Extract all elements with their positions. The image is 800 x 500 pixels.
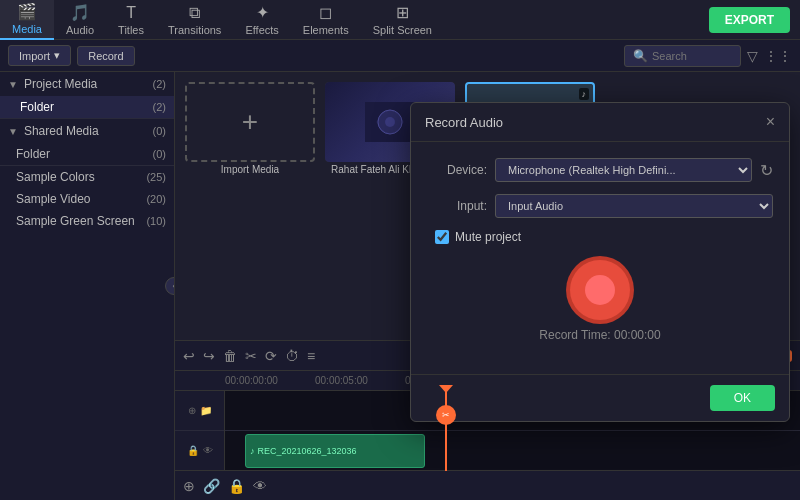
record-button-large[interactable] [570,260,630,320]
playhead-handle[interactable]: ✂ [436,405,456,425]
clip-icon: ♪ [250,446,255,456]
track-controls-row-2: 🔒 👁 [175,431,224,471]
sample-green-screen-label: Sample Green Screen [16,214,135,228]
time-mark-1: 00:00:05:00 [315,375,405,386]
sample-colors-label: Sample Colors [16,170,95,184]
input-label: Input: [427,199,487,213]
export-button[interactable]: EXPORT [709,7,790,33]
add-track-button[interactable]: ⊕ [183,478,195,494]
mute-checkbox[interactable] [435,230,449,244]
second-toolbar: Import ▾ Record 🔍 ▽ ⋮⋮ [0,40,800,72]
tab-titles-label: Titles [118,24,144,36]
track-controls-row: ⊕ 📁 [175,391,224,431]
tab-media[interactable]: 🎬 Media [0,0,54,40]
shared-folder-item[interactable]: Folder (0) [0,143,174,165]
record-audio-dialog: Record Audio × Device: Microphone (Realt… [410,102,790,422]
track-lock-icon[interactable]: 🔒 [187,445,199,456]
top-toolbar: 🎬 Media 🎵 Audio T Titles ⧉ Transitions ✦… [0,0,800,40]
clip-label: REC_20210626_132036 [258,446,357,456]
cut-button[interactable]: ✂ [245,348,257,364]
sample-green-screen-item[interactable]: Sample Green Screen (10) [0,210,174,232]
grid-view-icon[interactable]: ⋮⋮ [764,48,792,64]
track-eye-icon[interactable]: 👁 [203,445,213,456]
lock-button[interactable]: 🔒 [228,478,245,494]
folder-item[interactable]: Folder (2) [0,96,174,118]
ok-button[interactable]: OK [710,385,775,411]
tab-audio[interactable]: 🎵 Audio [54,0,106,40]
sample-colors-count: (25) [146,171,166,183]
main-layout: ▼ Project Media (2) Folder (2) ▼ Shared … [0,72,800,500]
record-button[interactable]: Record [77,46,134,66]
delete-button[interactable]: 🗑 [223,348,237,364]
visibility-button[interactable]: 👁 [253,478,267,494]
tab-transitions-label: Transitions [168,24,221,36]
shared-media-count: (0) [153,125,166,137]
tab-titles[interactable]: T Titles [106,0,156,40]
tab-elements-label: Elements [303,24,349,36]
device-select[interactable]: Microphone (Realtek High Defini... [495,158,752,182]
input-select[interactable]: Input Audio [495,194,773,218]
dialog-title: Record Audio [425,115,503,130]
tab-media-label: Media [12,23,42,35]
timeline-bottom-toolbar: ⊕ 🔗 🔒 👁 [175,470,800,500]
playhead[interactable]: ✂ [445,391,447,471]
import-media-item[interactable]: + [185,82,315,162]
sample-video-label: Sample Video [16,192,91,206]
filter-icon[interactable]: ▽ [747,48,758,64]
svg-point-2 [385,117,395,127]
device-row: Device: Microphone (Realtek High Defini.… [427,158,773,182]
shared-media-header[interactable]: ▼ Shared Media (0) [0,119,174,143]
track-2: ♪ REC_20210626_132036 [225,431,800,471]
search-box[interactable]: 🔍 [624,45,741,67]
track-folder-icon[interactable]: 📁 [200,405,212,416]
elements-icon: ◻ [319,3,332,22]
input-row: Input: Input Audio [427,194,773,218]
import-label: Import [19,50,50,62]
tab-effects-label: Effects [245,24,278,36]
tab-audio-label: Audio [66,24,94,36]
dialog-header: Record Audio × [411,103,789,142]
tab-effects[interactable]: ✦ Effects [233,0,290,40]
import-button[interactable]: Import ▾ [8,45,71,66]
audio-icon: 🎵 [70,3,90,22]
timeline-clip[interactable]: ♪ REC_20210626_132036 [245,434,425,468]
sample-colors-item[interactable]: Sample Colors (25) [0,166,174,188]
tab-splitscreen-label: Split Screen [373,24,432,36]
dialog-close-button[interactable]: × [766,113,775,131]
folder-label: Folder [20,100,54,114]
plus-icon: + [242,106,258,138]
undo-button[interactable]: ↩ [183,348,195,364]
tab-elements[interactable]: ◻ Elements [291,0,361,40]
link-button[interactable]: 🔗 [203,478,220,494]
search-icon: 🔍 [633,49,648,63]
sidebar-collapse-button[interactable]: ‹ [165,277,175,295]
effects-icon: ✦ [256,3,269,22]
search-input[interactable] [652,50,732,62]
redo-button[interactable]: ↪ [203,348,215,364]
track-add-icon[interactable]: ⊕ [188,405,196,416]
adjust-button[interactable]: ≡ [307,348,315,364]
sample-green-screen-count: (10) [146,215,166,227]
tab-splitscreen[interactable]: ⊞ Split Screen [361,0,444,40]
titles-icon: T [126,4,136,22]
tab-transitions[interactable]: ⧉ Transitions [156,0,233,40]
shared-media-section: ▼ Shared Media (0) Folder (0) [0,119,174,166]
speed-button[interactable]: ⏱ [285,348,299,364]
sample-video-item[interactable]: Sample Video (20) [0,188,174,210]
crop-button[interactable]: ⟳ [265,348,277,364]
sample-video-count: (20) [146,193,166,205]
shared-media-collapse-icon: ▼ [8,126,18,137]
project-media-header[interactable]: ▼ Project Media (2) [0,72,174,96]
project-media-section: ▼ Project Media (2) Folder (2) [0,72,174,119]
media-type-badge: ♪ [579,88,590,100]
device-label: Device: [427,163,487,177]
media-icon: 🎬 [17,2,37,21]
sidebar: ▼ Project Media (2) Folder (2) ▼ Shared … [0,72,175,500]
dialog-body: Device: Microphone (Realtek High Defini.… [411,142,789,374]
device-refresh-button[interactable]: ↻ [760,161,773,180]
mute-label: Mute project [455,230,521,244]
splitscreen-icon: ⊞ [396,3,409,22]
timeline-left-panel: ⊕ 📁 🔒 👁 [175,391,225,471]
import-media-label: Import Media [185,164,315,175]
project-media-label: Project Media [24,77,97,91]
